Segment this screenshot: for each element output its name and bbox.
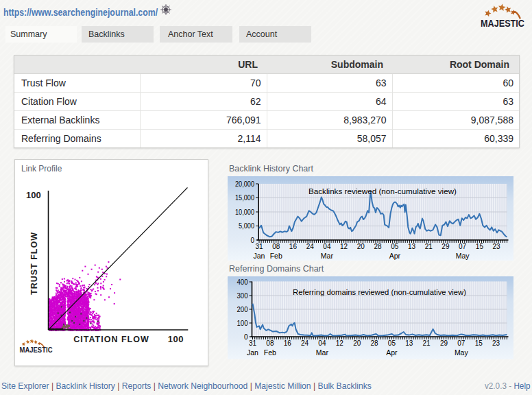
svg-text:200: 200 xyxy=(237,306,248,313)
svg-text:400: 400 xyxy=(237,278,248,286)
svg-text:29: 29 xyxy=(440,339,448,347)
svg-text:Referring domains reviewed (no: Referring domains reviewed (non-cumulati… xyxy=(293,288,466,296)
svg-text:CITATION FLOW: CITATION FLOW xyxy=(73,335,149,344)
svg-text:21: 21 xyxy=(425,243,433,250)
svg-text:Apr: Apr xyxy=(389,252,401,260)
svg-text:Backlinks reviewed (non-cumula: Backlinks reviewed (non-cumulative view) xyxy=(309,187,457,195)
svg-text:16: 16 xyxy=(284,339,292,347)
svg-text:May: May xyxy=(456,252,470,260)
svg-text:24: 24 xyxy=(301,339,309,347)
svg-text:Apr: Apr xyxy=(386,348,398,357)
svg-text:04: 04 xyxy=(323,243,331,250)
svg-text:04: 04 xyxy=(318,339,326,347)
svg-text:100: 100 xyxy=(168,334,184,344)
svg-text:21: 21 xyxy=(423,339,431,347)
svg-text:May: May xyxy=(455,348,469,357)
svg-text:28: 28 xyxy=(370,339,378,347)
svg-text:07: 07 xyxy=(457,339,466,347)
svg-text:Feb: Feb xyxy=(270,252,282,260)
svg-text:31: 31 xyxy=(249,339,257,347)
svg-text:12: 12 xyxy=(340,243,348,250)
svg-text:Mar: Mar xyxy=(321,252,334,260)
svg-text:20,000: 20,000 xyxy=(235,180,254,188)
svg-text:Jan: Jan xyxy=(254,252,265,260)
svg-text:0: 0 xyxy=(250,237,254,244)
svg-text:15: 15 xyxy=(475,339,483,347)
svg-text:24: 24 xyxy=(306,243,315,250)
svg-text:13: 13 xyxy=(405,339,413,347)
svg-text:31: 31 xyxy=(255,243,263,250)
svg-text:15: 15 xyxy=(476,243,484,250)
svg-text:TRUST FLOW: TRUST FLOW xyxy=(29,232,39,295)
svg-text:20: 20 xyxy=(357,243,365,250)
svg-text:28: 28 xyxy=(374,243,382,250)
svg-text:23: 23 xyxy=(493,243,501,250)
svg-text:05: 05 xyxy=(388,339,396,347)
svg-text:29: 29 xyxy=(442,243,450,250)
svg-text:Jan: Jan xyxy=(247,348,258,357)
svg-text:0: 0 xyxy=(244,333,248,341)
svg-text:300: 300 xyxy=(237,292,248,300)
svg-text:12: 12 xyxy=(336,339,344,347)
svg-text:08: 08 xyxy=(272,243,280,250)
svg-text:5,000: 5,000 xyxy=(239,222,254,230)
svg-text:20: 20 xyxy=(353,339,361,347)
svg-text:10,000: 10,000 xyxy=(235,208,254,216)
svg-text:16: 16 xyxy=(289,243,298,250)
svg-text:07: 07 xyxy=(459,243,467,250)
svg-text:Feb: Feb xyxy=(264,348,276,357)
svg-text:23: 23 xyxy=(492,339,500,347)
svg-text:100: 100 xyxy=(26,190,41,200)
svg-text:MAJESTIC: MAJESTIC xyxy=(20,346,53,354)
svg-text:05: 05 xyxy=(391,243,399,250)
svg-text:13: 13 xyxy=(408,243,416,250)
svg-text:100: 100 xyxy=(237,320,248,327)
svg-text:MAJESTIC: MAJESTIC xyxy=(481,18,524,29)
svg-text:08: 08 xyxy=(266,339,274,347)
svg-text:Mar: Mar xyxy=(316,348,329,357)
svg-text:15,000: 15,000 xyxy=(235,194,254,202)
